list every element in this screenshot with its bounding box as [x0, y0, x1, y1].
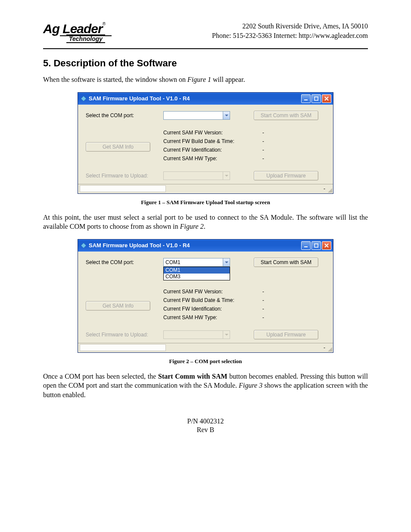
registered-icon: ® — [103, 22, 106, 26]
build-date-value: - — [245, 297, 325, 303]
header-phone: Phone: 515-232-5363 Internet: http://www… — [212, 31, 368, 40]
resize-grip-icon[interactable] — [327, 187, 332, 193]
figure-2-caption: Figure 2 – COM port selection — [169, 358, 242, 365]
logo-sub-text: Technology — [66, 34, 105, 43]
get-sam-info-button[interactable]: Get SAM Info — [86, 142, 150, 152]
com-port-combobox[interactable] — [163, 111, 230, 120]
firmware-combobox[interactable] — [163, 330, 230, 339]
hw-type-value: - — [245, 314, 325, 320]
hw-type-value: - — [245, 156, 325, 162]
svg-rect-2 — [314, 97, 318, 100]
figure-1: SAM Firmware Upload Tool - V1.0 - R4 Sel… — [43, 92, 368, 208]
app-window: SAM Firmware Upload Tool - V1.0 - R4 Sel… — [78, 92, 333, 194]
com-port-value: COM1 — [164, 259, 223, 265]
paragraph-2: At this point, the user must select a se… — [43, 213, 368, 231]
minimize-button[interactable] — [301, 94, 311, 103]
status-pane — [80, 185, 166, 192]
fw-version-label: Current SAM FW Version: — [163, 289, 245, 295]
figure-1-caption: Figure 1 – SAM Firmware Upload Tool star… — [141, 199, 270, 206]
fw-version-value: - — [245, 130, 325, 136]
close-button[interactable] — [322, 241, 331, 250]
maximize-button[interactable] — [311, 241, 321, 250]
window-title: SAM Firmware Upload Tool - V1.0 - R4 — [89, 242, 190, 249]
com-option-1[interactable]: COM1 — [164, 267, 230, 274]
svg-marker-7 — [81, 243, 86, 248]
build-date-label: Current FW Build Date & Time: — [163, 297, 245, 303]
statusbar: - — [78, 343, 333, 352]
select-com-label: Select the COM port: — [86, 259, 163, 265]
svg-rect-1 — [304, 100, 308, 100]
paragraph-1: When the software is started, the window… — [43, 75, 368, 84]
firmware-combobox[interactable] — [163, 171, 230, 180]
fw-id-label: Current FW Identification: — [163, 147, 245, 153]
logo: Ag Leader® Technology — [43, 22, 106, 45]
svg-marker-6 — [225, 175, 228, 177]
start-comm-button[interactable]: Start Comm with SAM — [254, 258, 318, 267]
maximize-button[interactable] — [311, 94, 321, 103]
logo-main-text: Ag Leader — [43, 22, 103, 36]
select-com-label: Select the COM port: — [86, 112, 163, 118]
svg-rect-9 — [314, 244, 318, 247]
com-option-2[interactable]: COM3 — [164, 274, 230, 280]
statusbar: - — [78, 184, 333, 193]
fw-version-label: Current SAM FW Version: — [163, 130, 245, 136]
header-address: 2202 South Riverside Drive, Ames, IA 500… — [212, 22, 368, 31]
titlebar[interactable]: SAM Firmware Upload Tool - V1.0 - R4 — [78, 93, 333, 105]
hw-type-label: Current SAM HW Type: — [163, 314, 245, 320]
svg-marker-12 — [225, 261, 228, 263]
select-firmware-label: Select Firmware to Upload: — [86, 173, 163, 179]
window-title: SAM Firmware Upload Tool - V1.0 - R4 — [89, 95, 190, 102]
build-date-label: Current FW Build Date & Time: — [163, 138, 245, 144]
upload-firmware-button[interactable]: Upload Firmware — [254, 171, 318, 180]
start-comm-button[interactable]: Start Comm with SAM — [254, 111, 318, 120]
close-button[interactable] — [322, 94, 331, 103]
com-port-combobox[interactable]: COM1 COM1 COM3 — [163, 258, 230, 267]
fw-id-label: Current FW Identification: — [163, 306, 245, 312]
svg-marker-0 — [81, 96, 86, 101]
com-port-dropdown: COM1 COM3 — [163, 267, 230, 280]
hw-type-label: Current SAM HW Type: — [163, 156, 245, 162]
paragraph-3: Once a COM port has been selected, the S… — [43, 372, 368, 400]
chevron-down-icon[interactable] — [223, 258, 230, 266]
svg-marker-5 — [225, 115, 228, 116]
upload-firmware-button[interactable]: Upload Firmware — [254, 330, 318, 339]
svg-marker-13 — [225, 334, 228, 336]
chevron-down-icon[interactable] — [223, 331, 230, 339]
page-header: Ag Leader® Technology 2202 South Riversi… — [43, 22, 368, 49]
minimize-button[interactable] — [301, 241, 311, 250]
status-pane — [80, 344, 166, 351]
fw-version-value: - — [245, 289, 325, 295]
select-firmware-label: Select Firmware to Upload: — [86, 332, 163, 338]
app-window: SAM Firmware Upload Tool - V1.0 - R4 Sel… — [78, 239, 333, 353]
figure-2: SAM Firmware Upload Tool - V1.0 - R4 Sel… — [43, 239, 368, 367]
build-date-value: - — [245, 138, 325, 144]
app-icon — [81, 96, 87, 102]
app-icon — [81, 243, 87, 249]
header-contact: 2202 South Riverside Drive, Ames, IA 500… — [212, 22, 368, 41]
resize-grip-icon[interactable] — [327, 346, 332, 352]
page-footer: P/N 4002312 Rev B — [43, 417, 368, 435]
svg-rect-8 — [304, 246, 308, 247]
fw-id-value: - — [245, 147, 325, 153]
get-sam-info-button[interactable]: Get SAM Info — [86, 301, 150, 311]
chevron-down-icon[interactable] — [223, 172, 230, 180]
chevron-down-icon[interactable] — [223, 112, 230, 119]
titlebar[interactable]: SAM Firmware Upload Tool - V1.0 - R4 — [78, 240, 333, 252]
section-title: 5. Description of the Software — [43, 58, 368, 69]
footer-rev: Rev B — [43, 426, 368, 435]
fw-id-value: - — [245, 306, 325, 312]
footer-pn: P/N 4002312 — [43, 417, 368, 426]
